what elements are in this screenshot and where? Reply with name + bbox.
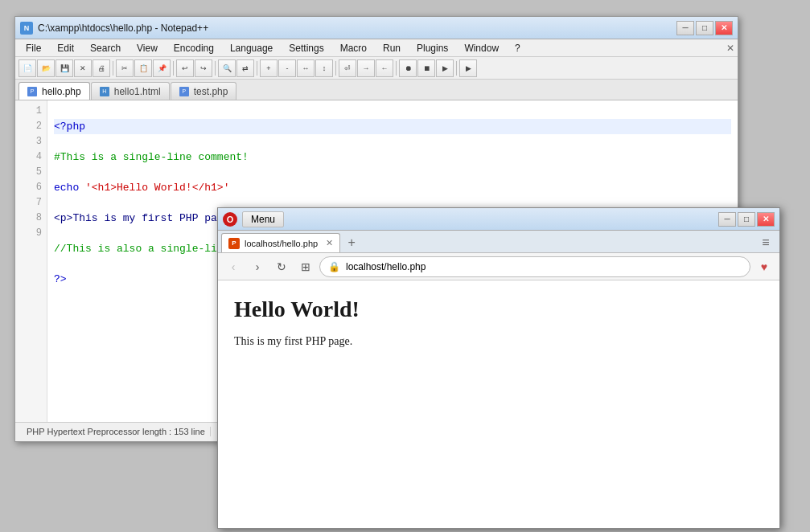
menu-file[interactable]: File bbox=[19, 40, 48, 56]
tb-find[interactable]: 🔍 bbox=[218, 59, 236, 77]
tb-cut[interactable]: ✂ bbox=[116, 59, 134, 77]
browser-extensions-button[interactable]: ≡ bbox=[755, 233, 776, 252]
tb-macro-stop[interactable]: ⏹ bbox=[417, 59, 435, 77]
notepad-titlebar: N C:\xampp\htdocs\hello.php - Notepad++ … bbox=[15, 17, 738, 39]
tb-sep4 bbox=[257, 61, 257, 76]
tb-wrap[interactable]: ⏎ bbox=[339, 59, 356, 77]
notepad-maximize-button[interactable]: □ bbox=[696, 21, 713, 35]
statusbar-text: PHP Hypertext Preprocessor length : 153 … bbox=[22, 427, 211, 436]
page-paragraph: This is my first PHP page. bbox=[234, 335, 763, 348]
page-heading: Hello World! bbox=[234, 297, 763, 322]
browser-tab-localhost[interactable]: P localhost/hello.php ✕ bbox=[221, 233, 340, 252]
menu-window[interactable]: Window bbox=[457, 40, 506, 56]
tb-zoom-in[interactable]: + bbox=[260, 59, 278, 77]
browser-tabbar: P localhost/hello.php ✕ + ≡ bbox=[218, 231, 779, 253]
titlebar-left: N C:\xampp\htdocs\hello.php - Notepad++ bbox=[20, 22, 208, 35]
tb-print[interactable]: 🖨 bbox=[93, 59, 110, 77]
url-bar[interactable]: 🔒 localhost/hello.php bbox=[319, 256, 750, 277]
browser-close-button[interactable]: ✕ bbox=[757, 212, 775, 227]
menu-encoding[interactable]: Encoding bbox=[167, 40, 221, 56]
browser-minimize-button[interactable]: ─ bbox=[718, 212, 736, 227]
browser-tab-icon: P bbox=[228, 238, 240, 249]
tb-sep1 bbox=[113, 61, 113, 76]
tb-macro-rec[interactable]: ⏺ bbox=[399, 59, 417, 77]
tb-copy[interactable]: 📋 bbox=[134, 59, 152, 77]
browser-window: O Menu ─ □ ✕ P localhost/hello.php ✕ + ≡… bbox=[217, 207, 780, 529]
notepad-close-button[interactable]: ✕ bbox=[715, 21, 733, 35]
tab-hello-php[interactable]: P hello.php bbox=[19, 82, 90, 100]
tb-macro-play[interactable]: ▶ bbox=[436, 59, 454, 77]
menu-macro[interactable]: Macro bbox=[333, 40, 374, 56]
browser-titlebar: O Menu ─ □ ✕ bbox=[218, 208, 779, 231]
tab-hello1-html[interactable]: H hello1.html bbox=[91, 82, 170, 100]
menu-edit[interactable]: Edit bbox=[50, 40, 81, 56]
browser-toolbar: ‹ › ↻ ⊞ 🔒 localhost/hello.php ♥ bbox=[218, 253, 779, 280]
browser-new-tab-button[interactable]: + bbox=[342, 233, 361, 252]
tb-sep3 bbox=[215, 61, 216, 76]
tab-hello-php-label: hello.php bbox=[42, 86, 81, 97]
notepad-window-buttons: ─ □ ✕ bbox=[676, 21, 733, 35]
tb-sep6 bbox=[396, 61, 397, 76]
notepad-minimize-button[interactable]: ─ bbox=[676, 21, 694, 35]
tb-sep5 bbox=[335, 61, 336, 76]
browser-title-left: O Menu bbox=[223, 211, 284, 227]
menu-search[interactable]: Search bbox=[83, 40, 128, 56]
reload-button[interactable]: ↻ bbox=[271, 256, 292, 277]
tb-save[interactable]: 💾 bbox=[56, 59, 73, 77]
tab-test-php[interactable]: P test.php bbox=[171, 82, 237, 100]
tb-outdent[interactable]: ← bbox=[376, 59, 393, 77]
menu-language[interactable]: Language bbox=[223, 40, 280, 56]
tb-sync-v[interactable]: ↕ bbox=[315, 59, 333, 77]
tb-sep7 bbox=[456, 61, 457, 76]
browser-content: Hello World! This is my first PHP page. bbox=[218, 280, 779, 528]
browser-tab-label: localhost/hello.php bbox=[245, 239, 318, 248]
tb-new[interactable]: 📄 bbox=[19, 59, 36, 77]
tb-paste[interactable]: 📌 bbox=[153, 59, 171, 77]
tb-open[interactable]: 📂 bbox=[37, 59, 55, 77]
browser-tab-close-icon[interactable]: ✕ bbox=[326, 238, 333, 248]
tb-indent[interactable]: → bbox=[357, 59, 375, 77]
notepad-toolbar: 📄 📂 💾 ✕ 🖨 ✂ 📋 📌 ↩ ↪ 🔍 ⇄ + - ↔ ↕ ⏎ → ← ⏺ … bbox=[15, 57, 738, 80]
tb-run[interactable]: ▶ bbox=[459, 59, 477, 77]
notepad-menubar: File Edit Search View Encoding Language … bbox=[15, 39, 738, 57]
menu-plugins[interactable]: Plugins bbox=[409, 40, 455, 56]
tb-sync-h[interactable]: ↔ bbox=[297, 59, 315, 77]
tab-test-php-label: test.php bbox=[194, 86, 228, 97]
url-text: localhost/hello.php bbox=[346, 261, 426, 272]
tb-replace[interactable]: ⇄ bbox=[236, 59, 254, 77]
menu-run[interactable]: Run bbox=[376, 40, 408, 56]
url-lock-icon: 🔒 bbox=[328, 261, 340, 272]
notepad-app-icon: N bbox=[20, 22, 33, 35]
browser-window-buttons: ─ □ ✕ bbox=[718, 212, 775, 227]
browser-maximize-button[interactable]: □ bbox=[738, 212, 755, 227]
notepad-tabs: P hello.php H hello1.html P test.php bbox=[15, 80, 738, 100]
notepad-title: C:\xampp\htdocs\hello.php - Notepad++ bbox=[38, 23, 208, 34]
tb-sep2 bbox=[173, 61, 174, 76]
tab-hello-php-icon: P bbox=[27, 87, 37, 96]
bookmark-button[interactable]: ♥ bbox=[754, 256, 775, 277]
opera-icon: O bbox=[223, 212, 237, 227]
line-numbers: 1 2 3 4 5 6 7 8 9 bbox=[15, 100, 47, 422]
tab-hello1-html-icon: H bbox=[100, 87, 109, 96]
menu-help[interactable]: ? bbox=[508, 40, 528, 56]
menu-view[interactable]: View bbox=[130, 40, 165, 56]
tb-undo[interactable]: ↩ bbox=[176, 59, 194, 77]
browser-menu-button[interactable]: Menu bbox=[242, 211, 284, 227]
tb-redo[interactable]: ↪ bbox=[195, 59, 212, 77]
close-panel-icon[interactable]: ✕ bbox=[726, 43, 734, 54]
tb-closeall[interactable]: ✕ bbox=[74, 59, 92, 77]
tb-zoom-out[interactable]: - bbox=[278, 59, 296, 77]
tab-test-php-icon: P bbox=[179, 87, 189, 96]
back-button[interactable]: ‹ bbox=[223, 256, 244, 277]
tab-hello1-html-label: hello1.html bbox=[114, 86, 161, 97]
menu-settings[interactable]: Settings bbox=[282, 40, 331, 56]
home-button[interactable]: ⊞ bbox=[295, 256, 316, 277]
forward-button[interactable]: › bbox=[247, 256, 268, 277]
